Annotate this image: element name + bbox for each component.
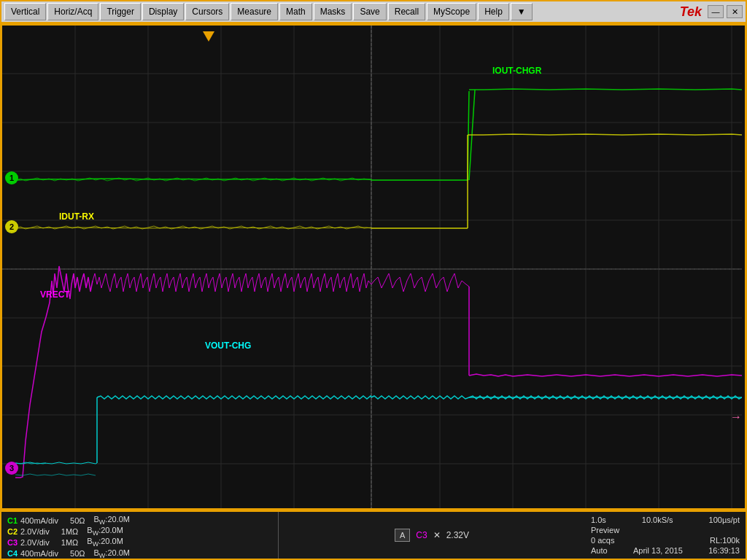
menu-save[interactable]: Save (353, 3, 386, 20)
ch3-scale: 2.0V/div (20, 538, 50, 547)
ch2-info: C2 2.0V/div 1MΩ BW:20.0M (7, 526, 272, 537)
record-length: 100µs/pt (709, 516, 740, 524)
time-div: 1.0s (591, 516, 606, 524)
ch1-scale: 400mA/div (20, 516, 58, 525)
menu-masks[interactable]: Masks (314, 3, 352, 20)
window-controls: — ✕ (708, 5, 743, 18)
scope-display: → 1 2 3 IOUT-CHGR IDUT-RX VRECT VOUT-CHG (0, 23, 747, 510)
vout-chg-label: VOUT-CHG (205, 341, 251, 351)
menu-myscope[interactable]: MyScope (427, 3, 476, 20)
ch1-id: C1 (7, 516, 18, 525)
trigger-level: 2.32V (446, 530, 469, 540)
sample-rate: 10.0kS/s (642, 516, 673, 524)
right-arrow-indicator: → (730, 411, 742, 424)
run-mode: Auto (591, 546, 608, 555)
acq-time: 16:39:13 (708, 546, 740, 555)
ch4-id: C4 (7, 549, 18, 558)
status-bar: C1 400mA/div 50Ω BW:20.0M C2 2.0V/div 1M… (0, 510, 747, 560)
ch2-bw: BW:20.0M (87, 526, 123, 537)
ch4-impedance: 50Ω (70, 549, 85, 558)
acq-rl: RL:100k (710, 536, 740, 545)
vrect-label: VRECT (40, 289, 70, 300)
acq-count-row: 0 acqs RL:100k (591, 536, 740, 545)
trigger-info: A C3 ✕ 2.32V (279, 512, 585, 559)
acq-mode-row: Preview (591, 526, 740, 534)
acq-mode: Preview (591, 526, 619, 534)
ch2-marker: 2 (5, 220, 18, 233)
menu-measure[interactable]: Measure (231, 3, 278, 20)
acq-count: 0 acqs (591, 536, 614, 545)
menu-help[interactable]: Help (478, 3, 509, 20)
menu-more[interactable]: ▼ (511, 3, 533, 20)
ch4-info: C4 400mA/div 50Ω BW:20.0M (7, 548, 272, 559)
trigger-arrow (203, 31, 214, 42)
ch3-impedance: 1MΩ (61, 538, 79, 547)
ch1-impedance: 50Ω (70, 516, 85, 525)
menu-math[interactable]: Math (279, 3, 312, 20)
ch1-marker: 1 (5, 171, 18, 184)
trigger-channel: C3 (416, 530, 427, 540)
close-button[interactable]: ✕ (727, 5, 743, 18)
minimize-button[interactable]: — (708, 5, 724, 18)
ch3-id: C3 (7, 538, 18, 547)
ch4-scale: 400mA/div (20, 549, 58, 558)
menu-vertical[interactable]: Vertical (4, 3, 46, 20)
ch2-scale: 2.0V/div (20, 527, 50, 536)
tek-logo: Tek (680, 4, 708, 20)
ch4-bw: BW:20.0M (94, 548, 130, 559)
menu-trigger[interactable]: Trigger (100, 3, 141, 20)
menu-horiz-acq[interactable]: Horiz/Acq (47, 3, 98, 20)
ch3-marker: 3 (5, 462, 18, 475)
acquisition-info: 1.0s 10.0kS/s 100µs/pt Preview 0 acqs RL… (585, 512, 746, 559)
menu-recall[interactable]: Recall (388, 3, 425, 20)
ch1-bw: BW:20.0M (94, 515, 130, 526)
idut-rx-label: IDUT-RX (59, 211, 94, 222)
trigger-mode-badge: A (395, 529, 410, 542)
acq-timing: 1.0s 10.0kS/s 100µs/pt (591, 516, 740, 524)
acq-datetime-row: Auto April 13, 2015 16:39:13 (591, 546, 740, 555)
menu-display[interactable]: Display (142, 3, 184, 20)
acq-date: April 13, 2015 (633, 546, 683, 555)
channel-info: C1 400mA/div 50Ω BW:20.0M C2 2.0V/div 1M… (1, 512, 279, 559)
ch3-bw: BW:20.0M (87, 537, 123, 548)
waveform-canvas (2, 26, 742, 510)
iout-chgr-label: IOUT-CHGR (492, 66, 541, 76)
ch3-info: C3 2.0V/div 1MΩ BW:20.0M (7, 537, 272, 548)
ch1-info: C1 400mA/div 50Ω BW:20.0M (7, 515, 272, 526)
ch2-impedance: 1MΩ (61, 527, 79, 536)
ch2-id: C2 (7, 527, 18, 536)
menu-cursors[interactable]: Cursors (185, 3, 229, 20)
menu-bar: Vertical Horiz/Acq Trigger Display Curso… (0, 0, 747, 23)
trigger-cursor-icon: ✕ (433, 530, 441, 540)
